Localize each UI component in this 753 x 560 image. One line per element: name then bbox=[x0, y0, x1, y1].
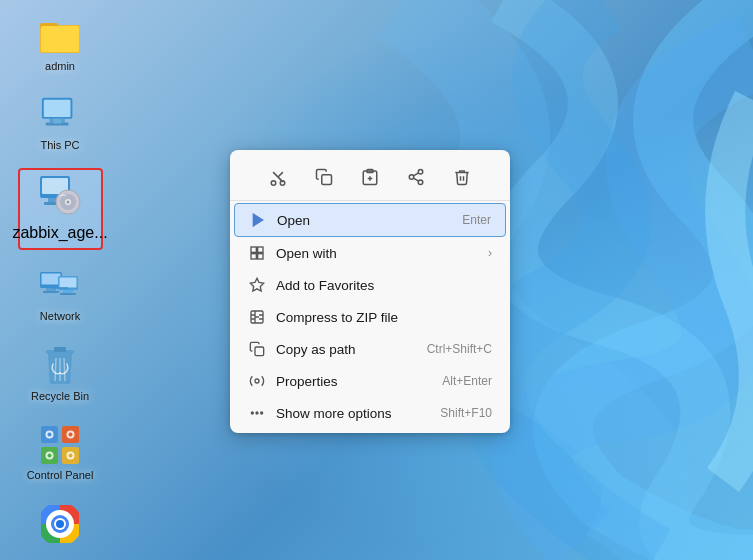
chrome-browser-icon bbox=[40, 504, 80, 544]
svg-rect-22 bbox=[60, 278, 77, 288]
showmore-shortcut: Shift+F10 bbox=[440, 406, 492, 420]
favorites-label: Add to Favorites bbox=[276, 278, 492, 293]
network-icon-label: Network bbox=[40, 310, 80, 323]
copypath-icon bbox=[248, 340, 266, 358]
zabbix-icon-label: zabbix_age... bbox=[12, 224, 107, 242]
svg-line-56 bbox=[413, 173, 418, 176]
context-menu: Open Enter Open with › Add to Favorites … bbox=[230, 150, 510, 433]
properties-label: Properties bbox=[276, 374, 432, 389]
openwith-icon bbox=[248, 244, 266, 262]
context-menu-compress[interactable]: Compress to ZIP file bbox=[234, 301, 506, 333]
open-icon bbox=[249, 211, 267, 229]
compress-icon bbox=[248, 308, 266, 326]
desktop-icon-admin[interactable]: admin bbox=[20, 10, 100, 79]
svg-point-38 bbox=[69, 432, 73, 436]
svg-rect-57 bbox=[251, 247, 256, 252]
svg-rect-59 bbox=[258, 254, 263, 259]
svg-rect-60 bbox=[251, 254, 256, 259]
context-menu-favorites[interactable]: Add to Favorites bbox=[234, 269, 506, 301]
share-button[interactable] bbox=[401, 162, 431, 192]
recycle-bin-icon bbox=[40, 346, 80, 386]
properties-shortcut: Alt+Enter bbox=[442, 374, 492, 388]
desktop-icon-zabbix[interactable]: zabbix_age... bbox=[18, 168, 103, 250]
svg-point-66 bbox=[256, 412, 258, 414]
network-icon bbox=[40, 266, 80, 306]
thispc-icon bbox=[40, 95, 80, 135]
admin-icon-label: admin bbox=[45, 60, 75, 73]
svg-point-53 bbox=[409, 175, 414, 180]
svg-point-64 bbox=[255, 379, 259, 383]
svg-rect-58 bbox=[258, 247, 263, 252]
svg-point-42 bbox=[69, 453, 73, 457]
desktop-icon-network[interactable]: Network bbox=[20, 260, 100, 329]
svg-rect-27 bbox=[54, 347, 66, 352]
admin-folder-icon bbox=[40, 16, 80, 56]
desktop-icon-controlpanel[interactable]: Control Panel bbox=[20, 419, 100, 488]
desktop-icon-area: admin This PC bbox=[0, 0, 120, 560]
favorites-icon bbox=[248, 276, 266, 294]
open-label: Open bbox=[277, 213, 452, 228]
copypath-label: Copy as path bbox=[276, 342, 417, 357]
context-menu-properties[interactable]: Properties Alt+Enter bbox=[234, 365, 506, 397]
svg-point-36 bbox=[48, 432, 52, 436]
svg-rect-24 bbox=[60, 293, 76, 295]
control-panel-icon bbox=[40, 425, 80, 465]
context-menu-showmore[interactable]: Show more options Shift+F10 bbox=[234, 397, 506, 429]
context-menu-copypath[interactable]: Copy as path Ctrl+Shift+C bbox=[234, 333, 506, 365]
cp-icon-label: Control Panel bbox=[27, 469, 94, 482]
thispc-icon-label: This PC bbox=[40, 139, 79, 152]
copypath-shortcut: Ctrl+Shift+C bbox=[427, 342, 492, 356]
svg-line-28 bbox=[55, 358, 56, 381]
svg-rect-3 bbox=[41, 26, 79, 52]
svg-point-67 bbox=[261, 412, 263, 414]
svg-rect-5 bbox=[44, 100, 71, 117]
svg-line-55 bbox=[413, 178, 418, 181]
context-menu-open[interactable]: Open Enter bbox=[234, 203, 506, 237]
svg-point-40 bbox=[48, 453, 52, 457]
compress-label: Compress to ZIP file bbox=[276, 310, 492, 325]
svg-point-54 bbox=[418, 180, 423, 185]
showmore-label: Show more options bbox=[276, 406, 430, 421]
svg-point-65 bbox=[251, 412, 253, 414]
svg-rect-23 bbox=[63, 290, 73, 293]
context-menu-toolbar bbox=[230, 154, 510, 201]
delete-button[interactable] bbox=[447, 162, 477, 192]
properties-icon bbox=[248, 372, 266, 390]
cut-button[interactable] bbox=[263, 162, 293, 192]
svg-point-16 bbox=[67, 201, 70, 204]
svg-point-52 bbox=[418, 170, 423, 175]
open-shortcut: Enter bbox=[462, 213, 491, 227]
svg-rect-20 bbox=[43, 291, 59, 293]
openwith-arrow: › bbox=[488, 246, 492, 260]
zabbix-installer-icon bbox=[38, 176, 82, 220]
showmore-icon bbox=[248, 404, 266, 422]
openwith-label: Open with bbox=[276, 246, 478, 261]
paste-special-button[interactable] bbox=[355, 162, 385, 192]
svg-rect-63 bbox=[255, 347, 264, 356]
svg-rect-49 bbox=[322, 175, 332, 185]
svg-point-46 bbox=[56, 520, 64, 528]
svg-rect-18 bbox=[42, 274, 61, 285]
svg-marker-61 bbox=[250, 278, 263, 291]
desktop-icon-thispc[interactable]: This PC bbox=[20, 89, 100, 158]
svg-point-47 bbox=[271, 181, 276, 186]
recycle-icon-label: Recycle Bin bbox=[31, 390, 89, 403]
svg-rect-8 bbox=[53, 119, 61, 124]
desktop-icon-chrome[interactable] bbox=[20, 498, 100, 550]
context-menu-openwith[interactable]: Open with › bbox=[234, 237, 506, 269]
svg-line-30 bbox=[64, 358, 65, 381]
desktop-icon-recycle[interactable]: Recycle Bin bbox=[20, 340, 100, 409]
copy-button[interactable] bbox=[309, 162, 339, 192]
